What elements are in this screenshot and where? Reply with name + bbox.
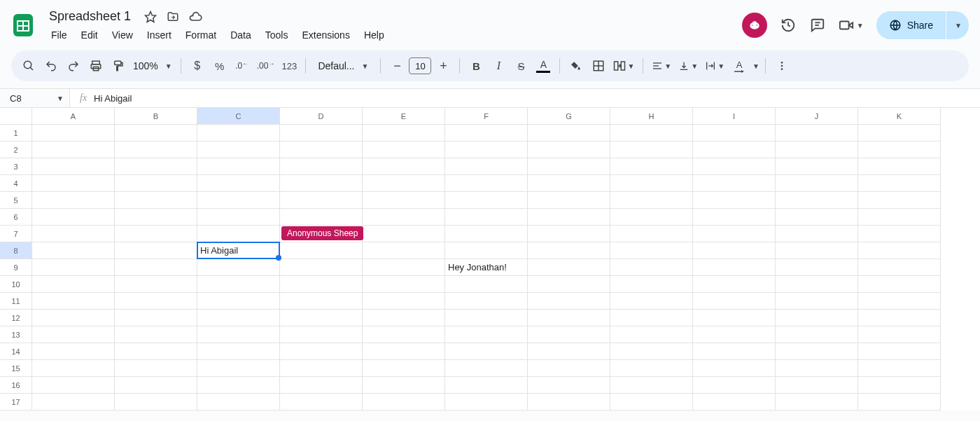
cell[interactable] [32,343,115,360]
cell[interactable] [197,310,280,326]
column-header[interactable]: K [858,108,941,125]
cell[interactable] [528,343,610,360]
column-header[interactable]: C [197,108,280,125]
cell[interactable] [858,209,941,226]
cell[interactable] [363,276,445,293]
increase-font-button[interactable]: + [433,55,454,76]
cell[interactable] [363,158,445,175]
cell[interactable] [693,175,776,192]
row-header[interactable]: 2 [0,142,32,158]
cell[interactable] [363,209,445,226]
cell[interactable] [693,326,776,343]
meet-icon[interactable]: ▼ [839,17,864,34]
cell[interactable] [858,293,941,310]
name-box[interactable]: C8 ▼ [0,89,70,107]
menu-tools[interactable]: Tools [259,27,295,43]
cell[interactable]: Hi Abigail [197,242,280,259]
cell[interactable] [445,142,528,158]
cell[interactable] [363,394,445,410]
row-header[interactable]: 4 [0,175,32,192]
share-button[interactable]: Share [876,11,946,39]
cell[interactable] [32,377,115,394]
cell[interactable] [528,326,610,343]
cell[interactable] [32,142,115,158]
cell[interactable] [115,209,197,226]
cell[interactable] [32,192,115,209]
cell[interactable] [115,394,197,410]
cell[interactable] [363,293,445,310]
cell[interactable] [445,158,528,175]
cell[interactable] [858,242,941,259]
cell[interactable] [280,276,363,293]
cell[interactable] [115,276,197,293]
cell[interactable] [776,360,858,377]
cell[interactable] [280,209,363,226]
cell[interactable] [858,310,941,326]
cell[interactable] [115,360,197,377]
cell[interactable] [197,276,280,293]
cell[interactable] [858,259,941,276]
cell[interactable] [197,209,280,226]
cell[interactable] [693,310,776,326]
cell[interactable] [115,158,197,175]
cell[interactable] [363,192,445,209]
cell[interactable] [363,326,445,343]
cell[interactable] [858,158,941,175]
cell[interactable] [610,259,693,276]
row-header[interactable]: 17 [0,394,32,410]
row-header[interactable]: 7 [0,226,32,242]
cell[interactable] [693,293,776,310]
formula-input[interactable] [94,93,980,104]
cell[interactable] [693,377,776,394]
cell[interactable] [776,175,858,192]
cell[interactable] [610,209,693,226]
cell[interactable] [528,175,610,192]
document-title[interactable]: Spreadsheet 1 [45,8,135,25]
menu-file[interactable]: File [45,27,74,43]
cell[interactable] [528,142,610,158]
cell[interactable] [32,326,115,343]
row-header[interactable]: 12 [0,310,32,326]
cell[interactable] [32,276,115,293]
column-header[interactable]: B [115,108,197,125]
cell[interactable] [363,343,445,360]
redo-button[interactable] [63,55,84,76]
cell[interactable] [115,343,197,360]
cell[interactable] [528,293,610,310]
decrease-font-button[interactable]: − [386,55,407,76]
cell[interactable] [776,394,858,410]
column-header[interactable]: D [280,108,363,125]
sheets-app-icon[interactable] [8,11,38,40]
cell[interactable] [528,242,610,259]
cell[interactable] [363,242,445,259]
menu-view[interactable]: View [106,27,139,43]
cell[interactable] [280,175,363,192]
cell[interactable] [610,158,693,175]
cell[interactable] [280,142,363,158]
column-header[interactable]: E [363,108,445,125]
cell[interactable] [445,343,528,360]
cell[interactable] [610,276,693,293]
cell[interactable] [363,226,445,242]
borders-button[interactable] [588,55,609,76]
select-all-corner[interactable] [0,108,32,125]
cell[interactable] [776,242,858,259]
cell[interactable] [115,142,197,158]
menu-edit[interactable]: Edit [75,27,104,43]
column-header[interactable]: H [610,108,693,125]
cell[interactable] [363,125,445,142]
cell[interactable] [528,226,610,242]
cell[interactable] [610,142,693,158]
cell[interactable] [32,310,115,326]
more-toolbar-button[interactable] [771,55,792,76]
move-icon[interactable] [166,10,180,24]
merge-cells-button[interactable]: ▼ [610,55,637,76]
cell[interactable] [858,326,941,343]
column-header[interactable]: J [776,108,858,125]
cell[interactable] [197,326,280,343]
cell[interactable] [280,360,363,377]
cell[interactable] [115,242,197,259]
cell[interactable] [32,175,115,192]
cell[interactable] [32,394,115,410]
cell[interactable] [363,310,445,326]
